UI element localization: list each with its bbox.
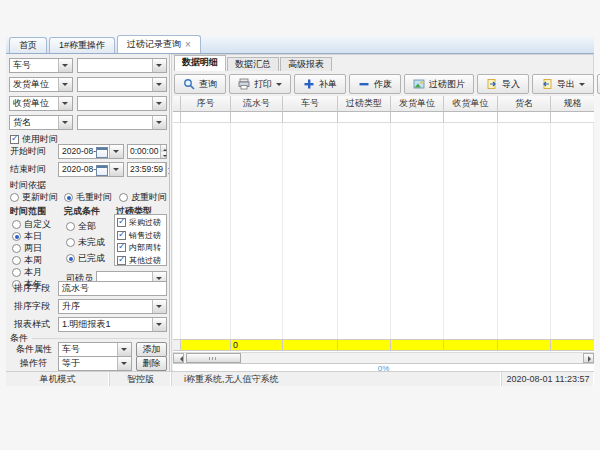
chevron-down-icon[interactable] — [109, 145, 123, 158]
filter-field-select-sender[interactable]: 发货单位 — [9, 77, 73, 92]
filter-cell[interactable] — [338, 112, 391, 123]
chevron-down-icon[interactable] — [58, 116, 72, 129]
dropdown-arrow-icon[interactable] — [276, 83, 282, 89]
checkbox-sale-weigh[interactable]: 销售过磅 — [117, 230, 166, 241]
column-header-receiver[interactable]: 收货单位 — [444, 96, 498, 112]
condition-attr-select[interactable]: 车号 — [58, 342, 132, 357]
query-button[interactable]: 查询 — [174, 74, 226, 94]
column-header-weigh-type[interactable]: 过磅类型 — [338, 96, 391, 112]
tab-data-detail[interactable]: 数据明细 — [174, 55, 226, 71]
end-date-picker[interactable]: 2020-08-01 — [58, 162, 124, 177]
filter-value-receiver[interactable] — [77, 96, 167, 111]
column-header-serial[interactable]: 流水号 — [231, 96, 283, 112]
remove-condition-button[interactable]: 删除 — [136, 356, 167, 371]
filter-value-goods[interactable] — [77, 115, 167, 130]
radio-gross-time[interactable]: 毛重时间 — [64, 191, 112, 204]
tab-weigh-operation[interactable]: 1#称重操作 — [49, 37, 115, 53]
chevron-down-icon[interactable] — [58, 97, 72, 110]
radio-icon[interactable] — [12, 256, 21, 265]
filter-cell[interactable] — [551, 112, 594, 123]
chevron-down-icon[interactable] — [152, 59, 166, 72]
checkbox-internal-transfer[interactable]: 内部周转 — [117, 242, 166, 253]
chevron-down-icon[interactable] — [152, 300, 166, 313]
radio-icon[interactable] — [119, 193, 128, 202]
radio-icon[interactable] — [66, 222, 75, 231]
grid-filter-row[interactable] — [173, 112, 594, 123]
chevron-down-icon[interactable] — [152, 116, 166, 129]
column-header-sender[interactable]: 发货单位 — [391, 96, 444, 112]
add-condition-button[interactable]: 添加 — [136, 342, 167, 357]
chevron-down-icon[interactable] — [117, 357, 131, 370]
checkbox-checked-icon[interactable] — [10, 135, 19, 144]
filter-cell[interactable] — [444, 112, 498, 123]
radio-tare-time[interactable]: 皮重时间 — [119, 191, 167, 204]
chevron-down-icon[interactable] — [109, 163, 123, 176]
checkbox-checked-icon[interactable] — [117, 243, 126, 252]
radio-icon[interactable] — [66, 238, 75, 247]
filter-cell[interactable] — [283, 112, 338, 123]
radio-selected-icon[interactable] — [12, 232, 21, 241]
start-time-spinner[interactable]: 0:00:00 — [127, 144, 167, 159]
dropdown-arrow-icon[interactable] — [579, 83, 585, 89]
column-header-index[interactable]: 序号 — [181, 96, 231, 112]
chevron-down-icon[interactable] — [117, 343, 131, 356]
radio-finish-finished[interactable]: 已完成 — [66, 252, 105, 265]
chevron-down-icon[interactable] — [58, 59, 72, 72]
tab-home[interactable]: 首页 — [9, 37, 47, 53]
report-style-select[interactable]: 1.明细报表1 — [58, 317, 167, 332]
tab-advanced-report[interactable]: 高级报表 — [280, 57, 332, 71]
radio-selected-icon[interactable] — [64, 193, 73, 202]
filter-field-select-vehicle[interactable]: 车号 — [9, 58, 73, 73]
checkbox-other-weigh[interactable]: 其他过磅 — [117, 255, 166, 266]
column-header-spec[interactable]: 规格 — [551, 96, 594, 112]
void-button[interactable]: 作废 — [349, 74, 401, 94]
print-button[interactable]: 打印 — [229, 74, 291, 94]
chevron-down-icon[interactable] — [152, 78, 166, 91]
filter-cell[interactable] — [181, 112, 231, 123]
filter-cell[interactable] — [391, 112, 444, 123]
checkbox-checked-icon[interactable] — [117, 256, 126, 265]
grid-body-empty[interactable] — [173, 123, 594, 339]
filter-field-select-receiver[interactable]: 收货单位 — [9, 96, 73, 111]
horizontal-scrollbar[interactable] — [173, 352, 594, 363]
filter-cell[interactable] — [498, 112, 551, 123]
scroll-left-icon[interactable] — [173, 353, 184, 363]
start-date-picker[interactable]: 2020-08-01 — [58, 144, 124, 159]
filter-cell[interactable] — [231, 112, 283, 123]
tab-weigh-record-query[interactable]: 过磅记录查询 × — [117, 35, 201, 53]
radio-icon[interactable] — [12, 220, 21, 229]
column-header-vehicle[interactable]: 车号 — [283, 96, 338, 112]
supplement-order-button[interactable]: 补单 — [294, 74, 346, 94]
export-button[interactable]: 导出 — [532, 74, 594, 94]
scroll-right-icon[interactable] — [583, 353, 594, 363]
end-time-spinner[interactable]: 23:59:59 — [127, 162, 167, 177]
filter-field-select-goods[interactable]: 货名 — [9, 115, 73, 130]
import-button[interactable]: 导入 — [477, 74, 529, 94]
checkbox-checked-icon[interactable] — [117, 231, 126, 240]
weigh-photo-button[interactable]: 过磅图片 — [404, 74, 474, 94]
radio-finish-unfinished[interactable]: 未完成 — [66, 236, 105, 249]
radio-update-time[interactable]: 更新时间 — [10, 191, 58, 204]
chevron-down-icon[interactable] — [152, 97, 166, 110]
condition-op-select[interactable]: 等于 — [58, 356, 132, 371]
chevron-down-icon[interactable] — [152, 318, 166, 331]
supplement-order-label: 补单 — [319, 78, 337, 91]
radio-finish-all[interactable]: 全部 — [66, 220, 96, 233]
tab-data-summary[interactable]: 数据汇总 — [227, 57, 279, 71]
sort-order-select[interactable]: 升序 — [58, 299, 167, 314]
close-tab-icon[interactable]: × — [185, 40, 191, 50]
grid-column-area — [231, 123, 283, 339]
radio-icon[interactable] — [12, 244, 21, 253]
scrollbar-thumb[interactable] — [186, 353, 241, 363]
spin-down-icon[interactable] — [161, 152, 166, 159]
sort-field-input[interactable]: 流水号 — [58, 281, 167, 296]
radio-selected-icon[interactable] — [66, 254, 75, 263]
column-header-goods[interactable]: 货名 — [498, 96, 551, 112]
checkbox-checked-icon[interactable] — [117, 218, 126, 227]
checkbox-purchase-weigh[interactable]: 采购过磅 — [117, 217, 166, 228]
filter-value-vehicle[interactable] — [77, 58, 167, 73]
chevron-down-icon[interactable] — [58, 78, 72, 91]
filter-value-sender[interactable] — [77, 77, 167, 92]
radio-icon[interactable] — [10, 193, 19, 202]
radio-icon[interactable] — [12, 268, 21, 277]
